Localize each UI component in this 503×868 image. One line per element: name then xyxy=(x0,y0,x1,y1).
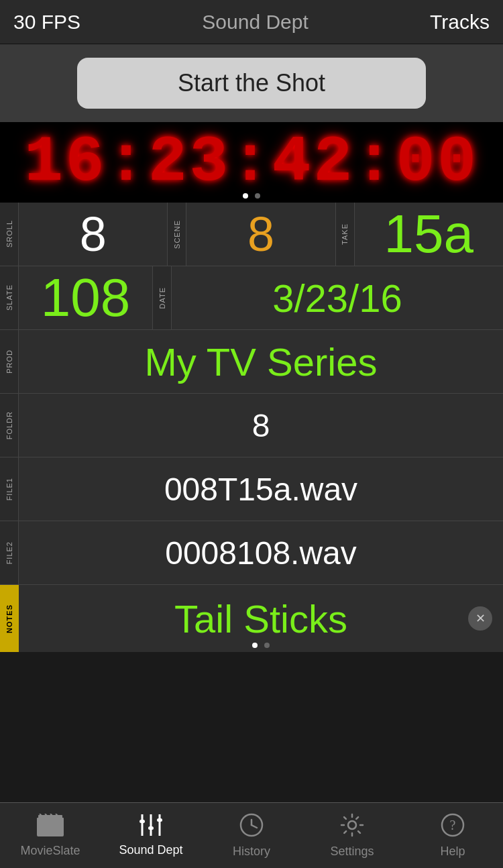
clock-icon xyxy=(239,813,264,840)
start-shot-button[interactable]: Start the Shot xyxy=(77,58,426,109)
tab-history-label: History xyxy=(233,845,270,859)
take-value: 15a xyxy=(384,203,473,265)
file1-row: FILE1 008T15a.wav xyxy=(0,457,503,521)
date-section: DATE 3/23/16 xyxy=(153,266,503,329)
folder-label-container: FOLDR xyxy=(0,394,19,457)
scene-label: SCENE xyxy=(173,220,181,249)
svg-rect-7 xyxy=(38,815,62,817)
file1-value-cell[interactable]: 008T15a.wav xyxy=(19,457,503,521)
timecode-display: 16:23:42:00 xyxy=(24,126,479,199)
timecode-dot-2 xyxy=(255,193,260,199)
tab-sounddept[interactable]: Sound Dept xyxy=(101,803,201,868)
prod-value-cell[interactable]: My TV Series xyxy=(19,330,503,393)
prod-label: PROD xyxy=(5,349,13,374)
take-label: TAKE xyxy=(341,223,349,245)
tab-settings[interactable]: Settings xyxy=(302,803,402,868)
notes-value: Tail Sticks xyxy=(174,596,347,641)
tab-history[interactable]: History xyxy=(201,803,302,868)
scene-value-cell[interactable]: 8 xyxy=(186,203,335,266)
header: 30 FPS Sound Dept Tracks xyxy=(0,0,503,44)
header-title: Sound Dept xyxy=(202,11,308,34)
mixer-icon xyxy=(138,814,164,839)
prod-row: PROD My TV Series xyxy=(0,330,503,394)
file2-row: FILE2 0008108.wav xyxy=(0,521,503,585)
file2-label: FILE2 xyxy=(5,541,13,564)
slate-date-row: SLATE 108 DATE 3/23/16 xyxy=(0,266,503,330)
clapper-icon xyxy=(37,814,64,840)
notes-row: NOTES Tail Sticks ✕ xyxy=(0,585,503,652)
take-value-cell[interactable]: 15a xyxy=(355,203,503,266)
timecode-area: 16:23:42:00 xyxy=(0,122,503,203)
date-label-container: DATE xyxy=(153,266,172,329)
svg-text:?: ? xyxy=(450,818,456,832)
tab-help-label: Help xyxy=(440,845,465,859)
folder-row: FOLDR 8 xyxy=(0,394,503,457)
timecode-page-indicator xyxy=(243,193,260,199)
take-label-container: TAKE xyxy=(336,203,355,266)
slate-value-cell[interactable]: 108 xyxy=(19,266,153,329)
file1-label: FILE1 xyxy=(5,478,13,500)
gear-icon xyxy=(340,813,364,840)
folder-label: FOLDR xyxy=(5,411,13,439)
file1-label-container: FILE1 xyxy=(0,457,19,521)
svg-rect-12 xyxy=(148,826,154,830)
svg-line-16 xyxy=(252,825,257,828)
date-value: 3/23/16 xyxy=(272,276,402,321)
tab-settings-label: Settings xyxy=(330,845,374,859)
folder-value: 8 xyxy=(252,407,270,444)
file1-value: 008T15a.wav xyxy=(164,471,357,508)
roll-label-container: SROLL xyxy=(0,203,19,266)
file2-label-container: FILE2 xyxy=(0,521,19,584)
slate-label: SLATE xyxy=(5,284,13,311)
folder-value-cell[interactable]: 8 xyxy=(19,394,503,457)
tab-help[interactable]: ? Help xyxy=(402,803,503,868)
tab-bar: MovieSlate Sound Dept History xyxy=(0,802,503,868)
notes-clear-icon: ✕ xyxy=(476,611,486,626)
svg-point-17 xyxy=(348,821,356,829)
tab-movieslate-label: MovieSlate xyxy=(20,844,80,858)
timecode-dot-1 xyxy=(243,193,248,199)
prod-label-container: PROD xyxy=(0,330,19,393)
date-label: DATE xyxy=(158,287,166,309)
date-value-cell[interactable]: 3/23/16 xyxy=(172,266,503,329)
roll-value: 8 xyxy=(80,207,107,262)
question-icon: ? xyxy=(441,813,465,840)
notes-page-indicator xyxy=(252,643,270,648)
file2-value-cell[interactable]: 0008108.wav xyxy=(19,521,503,584)
slate-value: 108 xyxy=(41,267,130,329)
svg-rect-13 xyxy=(157,818,162,822)
notes-dot-2 xyxy=(264,643,270,648)
scene-label-container: SCENE xyxy=(168,203,186,266)
scene-value: 8 xyxy=(247,207,274,262)
prod-value: My TV Series xyxy=(144,339,377,384)
notes-label-container: NOTES xyxy=(0,585,19,652)
slate-label-container: SLATE xyxy=(0,266,19,329)
tab-movieslate[interactable]: MovieSlate xyxy=(0,803,101,868)
notes-label: NOTES xyxy=(5,604,13,633)
roll-label: SROLL xyxy=(5,220,13,248)
fps-label: 30 FPS xyxy=(13,11,80,34)
notes-value-cell[interactable]: Tail Sticks ✕ xyxy=(19,585,503,652)
notes-clear-button[interactable]: ✕ xyxy=(468,606,492,631)
file2-value: 0008108.wav xyxy=(165,535,357,572)
tracks-button[interactable]: Tracks xyxy=(430,11,490,34)
notes-dot-1 xyxy=(252,643,258,648)
roll-value-cell[interactable]: 8 xyxy=(19,203,167,266)
svg-rect-11 xyxy=(139,820,145,823)
roll-scene-take-row: SROLL 8 SCENE 8 TAKE 15a xyxy=(0,203,503,266)
start-shot-area: Start the Shot xyxy=(0,44,503,122)
tab-sounddept-label: Sound Dept xyxy=(119,843,182,857)
